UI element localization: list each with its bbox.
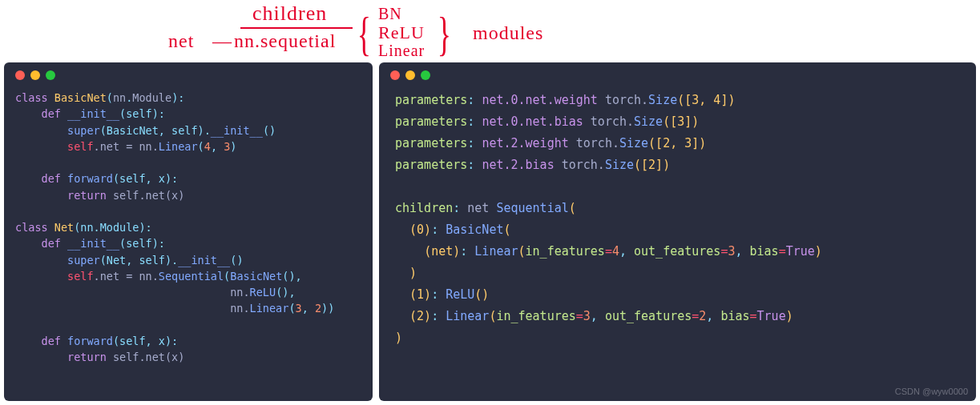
close-icon[interactable] [15,70,25,80]
window-controls [379,70,976,90]
anno-brace-left: { [357,14,371,53]
watermark: CSDN @wyw0000 [895,387,968,396]
anno-linear: Linear [378,42,425,60]
maximize-icon[interactable] [46,70,55,80]
anno-relu: ReLU [378,22,425,43]
code-left: class BasicNet(nn.Module): def __init__(… [4,90,373,365]
anno-bn: BN [378,5,402,23]
close-icon[interactable] [390,70,400,80]
minimize-icon[interactable] [405,70,415,80]
anno-nnseq: nn.sequetial [234,30,336,52]
anno-dash: — [212,30,232,52]
anno-brace-right: } [438,14,451,53]
output-panel-right: parameters: net.0.net.weight torch.Size(… [379,62,976,401]
anno-underline [240,27,353,29]
handwritten-annotation: net — children nn.sequetial { BN ReLU Li… [0,0,980,62]
code-panel-left: class BasicNet(nn.Module): def __init__(… [4,62,373,401]
panels-container: class BasicNet(nn.Module): def __init__(… [4,62,976,401]
anno-modules: modules [473,22,543,44]
maximize-icon[interactable] [421,70,430,80]
code-right: parameters: net.0.net.weight torch.Size(… [379,90,976,349]
window-controls [4,70,373,90]
anno-children: children [252,2,327,26]
anno-net: net [168,30,194,52]
minimize-icon[interactable] [30,70,40,80]
